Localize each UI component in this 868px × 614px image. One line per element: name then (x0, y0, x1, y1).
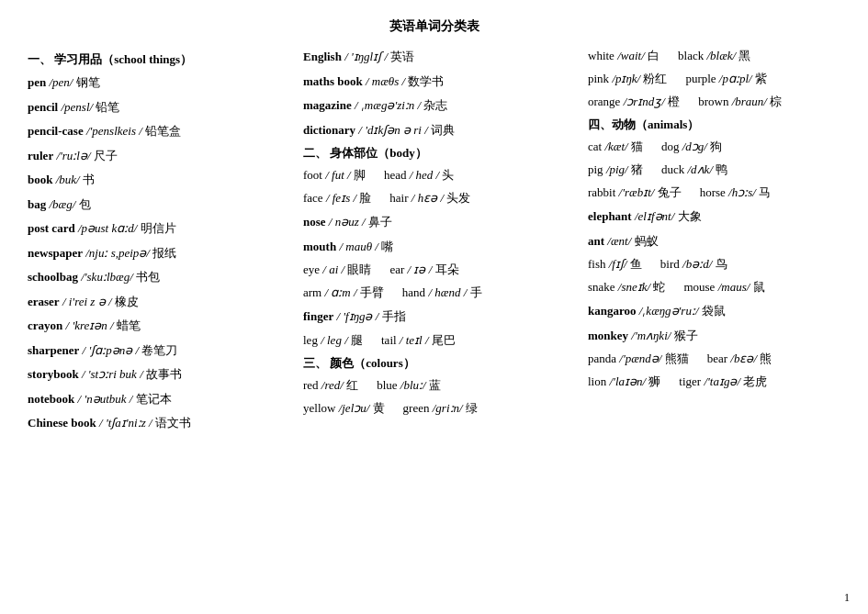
list-item: arm / ɑːm / 手臂 (303, 285, 384, 301)
meaning-text: 红 (346, 378, 358, 392)
phonetic-text: /braun/ (728, 95, 770, 108)
phonetic-text: / mæθs / (363, 74, 409, 88)
word-text: nose (303, 215, 326, 229)
list-item: lion /'laɪən/ 狮 (588, 374, 660, 390)
meaning-text: 蓝 (429, 378, 441, 392)
list-item: ear / ɪə / 耳朵 (389, 262, 458, 278)
phonetic-text: /hɔːs/ (726, 185, 759, 199)
meaning-text: 脚 (354, 168, 366, 182)
inline-row: fish /fɪʃ/ 鱼bird /bəːd/ 鸟 (588, 256, 840, 273)
word-text: English (303, 50, 342, 63)
word-text: face (303, 191, 323, 205)
word-text: post card (28, 221, 75, 235)
mid-colour-entries: red /red/ 红blue /bluː/ 蓝yellow /jelɔu/ 黄… (303, 377, 579, 417)
word-text: panda (588, 352, 616, 365)
left-column: 一、 学习用品（school things） pen /pen/ 钢笔penci… (28, 48, 303, 439)
list-item: snake /sneɪk/ 蛇 (588, 279, 665, 296)
list-item: schoolbag /'skuːlbæg/ 书包 (28, 268, 294, 286)
word-text: black (678, 49, 704, 62)
inline-row: red /red/ 红blue /bluː/ 蓝 (303, 377, 579, 394)
meaning-text: 鱼 (630, 257, 642, 271)
meaning-text: 鸭 (716, 162, 727, 176)
phonetic-text: / i'rei z ə / (60, 295, 115, 308)
meaning-text: 猴子 (674, 329, 698, 342)
list-item: dictionary / 'dɪkʃən ə ri / 词典 (303, 121, 579, 140)
phonetic-text: /'skuːlbæg/ (78, 270, 136, 284)
phonetic-text: / 'fɪŋgə / (333, 309, 381, 323)
list-item: finger / 'fɪŋgə / 手指 (303, 307, 579, 326)
phonetic-text: /'taɪgə/ (701, 374, 743, 388)
word-text: magazine (303, 98, 352, 112)
meaning-text: 钢笔 (76, 75, 100, 89)
right-entries: white /wait/ 白black /blæk/ 黑pink /pɪŋk/ … (588, 48, 840, 390)
phonetic-text: /ænt/ (604, 234, 635, 248)
phonetic-text: /sneɪk/ (615, 280, 654, 294)
phonetic-text: /elɪfənt/ (632, 209, 678, 223)
list-item: leg / leg / 腿 (303, 332, 363, 349)
word-text: snake (588, 280, 615, 294)
word-text: foot (303, 168, 322, 182)
word-text: orange (588, 95, 620, 108)
phonetic-text: / 'kreɪən / (62, 318, 117, 332)
list-item: face / feɪs / 脸 (303, 190, 371, 207)
meaning-text: 绿 (466, 401, 478, 415)
phonetic-text: /dɔg/ (679, 140, 710, 153)
meaning-text: 鼠 (753, 280, 765, 294)
inline-row: rabbit /'ræbɪt/ 兔子horse /hɔːs/ 马 (588, 184, 840, 201)
list-item: bag /bæg/ 包 (28, 195, 294, 214)
meaning-text: 猫 (631, 140, 643, 153)
mid-top-entries: English / 'ɪŋglɪʃ / 英语maths book / mæθs … (303, 48, 579, 139)
phonetic-text: /'penslkeis / (84, 124, 145, 138)
meaning-text: 大象 (678, 209, 702, 223)
list-item: hand / hænd / 手 (402, 285, 482, 301)
word-text: ear (389, 262, 404, 276)
meaning-text: 狗 (710, 140, 722, 153)
list-item: black /blæk/ 黑 (678, 48, 750, 64)
phonetic-text: / feɪs / (323, 191, 360, 205)
inline-row: lion /'laɪən/ 狮tiger /'taɪgə/ 老虎 (588, 374, 840, 390)
meaning-text: 老虎 (743, 374, 767, 388)
list-item: monkey /'mʌŋki/ 猴子 (588, 327, 840, 345)
meaning-text: 白 (648, 49, 659, 62)
phonetic-text: /pəust kɑːd/ (75, 221, 141, 235)
inline-row: orange /ɔrɪndʒ/ 橙brown /braun/ 棕 (588, 94, 840, 110)
phonetic-text: /'ruːlə/ (53, 149, 94, 162)
meaning-text: 蛇 (653, 280, 665, 294)
list-item: duck /dʌk/ 鸭 (661, 162, 727, 178)
phonetic-text: /dʌk/ (684, 162, 716, 176)
phonetic-text: / ai / (320, 262, 347, 276)
phonetic-text: /bluː/ (398, 378, 429, 392)
phonetic-text: /red/ (319, 378, 347, 392)
phonetic-text: /wait/ (614, 49, 648, 62)
list-item: elephant /elɪfənt/ 大象 (588, 207, 840, 226)
word-text: tail (381, 333, 397, 347)
meaning-text: 手臂 (360, 285, 384, 299)
phonetic-text: /buk/ (52, 173, 83, 186)
word-text: bird (660, 257, 680, 271)
list-item: pig /pig/ 猪 (588, 162, 643, 178)
list-item: ruler /'ruːlə/ 尺子 (28, 147, 294, 165)
phonetic-text: /bæg/ (46, 197, 78, 211)
meaning-text: 粉红 (643, 72, 667, 85)
word-text: bag (28, 197, 46, 211)
meaning-text: 橡皮 (115, 295, 139, 308)
word-text: head (384, 168, 407, 182)
phonetic-text: /'pændə/ (616, 352, 665, 365)
meaning-text: 黄 (373, 401, 385, 415)
list-item: notebook / 'nəutbuk / 笔记本 (28, 390, 294, 408)
meaning-text: 尺子 (94, 149, 118, 162)
inline-row: foot / fut / 脚head / hed / 头 (303, 167, 579, 184)
word-text: leg (303, 333, 318, 347)
mid-column: English / 'ɪŋglɪʃ / 英语maths book / mæθs … (303, 48, 588, 439)
word-text: storybook (28, 367, 79, 381)
meaning-text: 词典 (431, 123, 455, 137)
word-text: dictionary (303, 123, 355, 137)
inline-row: white /wait/ 白black /blæk/ 黑 (588, 48, 840, 64)
word-text: crayon (28, 318, 62, 332)
list-item: horse /hɔːs/ 马 (700, 184, 771, 201)
meaning-text: 马 (759, 185, 771, 199)
word-text: red (303, 378, 319, 392)
meaning-text: 铅笔盒 (145, 124, 181, 138)
phonetic-text: /griːn/ (429, 401, 465, 415)
page-number: 1 (844, 591, 850, 605)
